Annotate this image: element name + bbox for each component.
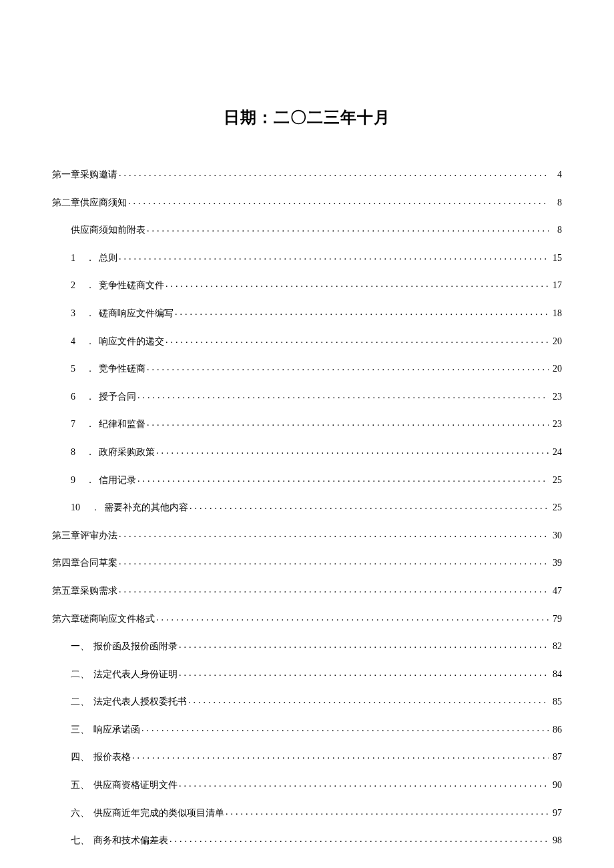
toc-entry: 供应商须知前附表8 [52, 224, 562, 237]
toc-entry: 第三章评审办法30 [52, 529, 562, 542]
toc-entry: 七、商务和技术偏差表98 [52, 834, 562, 847]
toc-prefix: 三、 [71, 723, 89, 737]
toc-prefix: 二、 [71, 695, 89, 709]
toc-entry: 3．磋商响应文件编写18 [52, 307, 562, 320]
toc-label: 竞争性磋商 [99, 362, 145, 376]
toc-page-number: 82 [550, 640, 562, 653]
toc-prefix: ． [85, 390, 95, 404]
toc-entry: 第四章合同草案39 [52, 556, 562, 570]
toc-number: 7 [71, 418, 77, 431]
toc-prefix: ． [85, 362, 95, 376]
toc-page-number: 87 [550, 751, 562, 764]
toc-prefix: 一、 [71, 640, 89, 653]
toc-label: 授予合同 [99, 390, 136, 404]
toc-label: 第一章采购邀请 [52, 168, 117, 181]
toc-label: 需要补充的其他内容 [104, 501, 188, 514]
toc-leader-dots [166, 278, 549, 291]
toc-label: 纪律和监督 [99, 418, 145, 431]
toc-entry: 7．纪律和监督23 [52, 418, 562, 431]
toc-prefix: 七、 [71, 834, 89, 847]
toc-leader-dots [137, 472, 549, 486]
toc-leader-dots [175, 306, 549, 319]
toc-label: 第三章评审办法 [52, 529, 117, 542]
toc-prefix: ． [85, 252, 95, 265]
toc-entry: 第二章供应商须知8 [52, 196, 562, 209]
toc-number: 5 [71, 362, 77, 376]
toc-leader-dots [190, 500, 549, 513]
toc-entry: 4．响应文件的递交20 [52, 335, 562, 348]
toc-label: 法定代表人授权委托书 [93, 695, 187, 709]
toc-label: 报价函及报价函附录 [93, 640, 178, 653]
toc-page-number: 86 [550, 723, 562, 737]
toc-entry: 四、报价表格87 [52, 751, 562, 764]
toc-page-number: 98 [550, 834, 562, 847]
toc-page-number: 17 [550, 279, 562, 292]
toc-entry: 第一章采购邀请4 [52, 168, 562, 181]
toc-leader-dots [141, 722, 549, 735]
toc-entry: 9．信用记录25 [52, 474, 562, 487]
toc-number: 4 [71, 335, 77, 348]
toc-number: 1 [71, 252, 77, 265]
toc-leader-dots [179, 667, 549, 680]
toc-page-number: 23 [550, 390, 562, 404]
toc-page-number: 20 [550, 335, 562, 348]
toc-prefix: 五、 [71, 779, 89, 792]
toc-number: 10 [71, 501, 83, 514]
toc-page-number: 25 [550, 501, 562, 514]
toc-label: 磋商响应文件编写 [99, 307, 174, 320]
toc-leader-dots [147, 361, 549, 374]
toc-entry: 10．需要补充的其他内容25 [52, 501, 562, 514]
toc-entry: 二、法定代表人授权委托书85 [52, 695, 562, 709]
toc-leader-dots [147, 416, 549, 430]
toc-page-number: 4 [550, 168, 562, 181]
toc-prefix: ． [85, 307, 95, 320]
toc-leader-dots [226, 805, 549, 819]
toc-label: 总则 [99, 252, 117, 265]
toc-page-number: 20 [550, 362, 562, 376]
toc-entry: 第五章采购需求47 [52, 584, 562, 598]
toc-entry: 第六章磋商响应文件格式79 [52, 612, 562, 626]
toc-leader-dots [156, 611, 549, 624]
toc-leader-dots [119, 528, 549, 541]
toc-label: 商务和技术偏差表 [93, 834, 168, 847]
toc-prefix: ． [85, 279, 95, 292]
toc-leader-dots [132, 749, 549, 763]
toc-entry: 2．竞争性磋商文件17 [52, 279, 562, 292]
toc-page-number: 30 [550, 529, 562, 542]
toc-prefix: ． [85, 335, 95, 348]
toc-label: 竞争性磋商文件 [99, 279, 164, 292]
toc-prefix: ． [91, 501, 100, 514]
toc-label: 供应商近年完成的类似项目清单 [93, 807, 224, 820]
toc-page-number: 84 [550, 668, 562, 681]
toc-number: 2 [71, 279, 77, 292]
toc-label: 法定代表人身份证明 [93, 668, 178, 681]
toc-leader-dots [147, 222, 549, 236]
toc-page-number: 85 [550, 695, 562, 709]
toc-page-number: 18 [550, 307, 562, 320]
toc-prefix: ． [85, 418, 95, 431]
toc-number: 6 [71, 390, 77, 404]
toc-page-number: 25 [550, 474, 562, 487]
toc-leader-dots [119, 250, 549, 264]
toc-entry: 二、法定代表人身份证明84 [52, 668, 562, 681]
toc-leader-dots [119, 555, 549, 568]
toc-page-number: 97 [550, 807, 562, 820]
toc-page-number: 79 [550, 612, 562, 626]
toc-label: 第五章采购需求 [52, 584, 117, 598]
toc-entry: 8．政府采购政策24 [52, 446, 562, 459]
toc-prefix: ． [85, 474, 95, 487]
toc-page-number: 23 [550, 418, 562, 431]
toc-leader-dots [179, 638, 549, 652]
toc-leader-dots [119, 583, 549, 596]
toc-page-number: 39 [550, 556, 562, 570]
toc-entry: 三、响应承诺函86 [52, 723, 562, 737]
toc-label: 政府采购政策 [99, 446, 155, 459]
toc-leader-dots [128, 195, 549, 208]
toc-page-number: 24 [550, 446, 562, 459]
toc-number: 8 [71, 446, 77, 459]
toc-entry: 6．授予合同23 [52, 390, 562, 404]
toc-entry: 一、报价函及报价函附录82 [52, 640, 562, 653]
toc-entry: 1．总则15 [52, 252, 562, 265]
toc-prefix: 六、 [71, 807, 89, 820]
toc-page-number: 90 [550, 779, 562, 792]
